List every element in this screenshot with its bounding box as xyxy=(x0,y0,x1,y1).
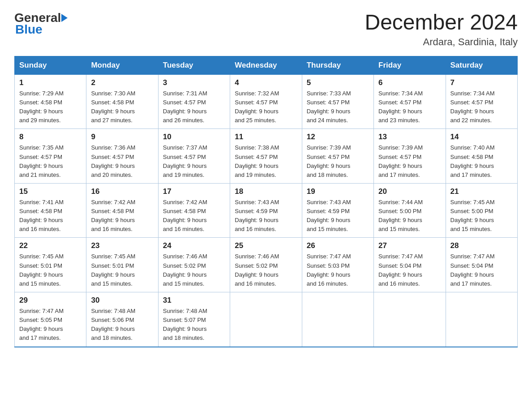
day-number: 5 xyxy=(307,78,369,87)
day-info: Sunrise: 7:33 AMSunset: 4:57 PMDaylight:… xyxy=(307,90,351,124)
day-number: 11 xyxy=(235,133,297,141)
calendar-cell: 21 Sunrise: 7:45 AMSunset: 5:00 PMDaylig… xyxy=(446,183,517,238)
logo-blue-text: Blue xyxy=(14,22,68,37)
calendar-cell: 20 Sunrise: 7:44 AMSunset: 5:00 PMDaylig… xyxy=(374,183,446,238)
calendar-header: SundayMondayTuesdayWednesdayThursdayFrid… xyxy=(15,56,518,74)
day-info: Sunrise: 7:38 AMSunset: 4:57 PMDaylight:… xyxy=(235,144,279,178)
day-number: 8 xyxy=(19,133,82,141)
day-info: Sunrise: 7:39 AMSunset: 4:57 PMDaylight:… xyxy=(378,144,423,178)
day-number: 12 xyxy=(307,133,369,141)
day-info: Sunrise: 7:46 AMSunset: 5:02 PMDaylight:… xyxy=(163,253,207,287)
day-info: Sunrise: 7:29 AMSunset: 4:58 PMDaylight:… xyxy=(19,90,64,124)
day-info: Sunrise: 7:30 AMSunset: 4:58 PMDaylight:… xyxy=(91,90,135,124)
day-number: 24 xyxy=(163,241,225,250)
day-info: Sunrise: 7:48 AMSunset: 5:06 PMDaylight:… xyxy=(91,308,135,341)
day-info: Sunrise: 7:47 AMSunset: 5:04 PMDaylight:… xyxy=(450,253,495,287)
day-info: Sunrise: 7:43 AMSunset: 4:59 PMDaylight:… xyxy=(235,199,279,232)
day-info: Sunrise: 7:34 AMSunset: 4:57 PMDaylight:… xyxy=(450,90,495,124)
day-number: 1 xyxy=(19,78,82,87)
calendar-cell: 16 Sunrise: 7:42 AMSunset: 4:58 PMDaylig… xyxy=(86,183,158,238)
calendar-cell: 7 Sunrise: 7:34 AMSunset: 4:57 PMDayligh… xyxy=(446,74,517,129)
calendar-cell: 4 Sunrise: 7:32 AMSunset: 4:57 PMDayligh… xyxy=(230,74,302,129)
header-cell-wednesday: Wednesday xyxy=(230,56,302,74)
logo: General Blue xyxy=(14,11,68,37)
day-number: 2 xyxy=(91,78,153,87)
day-info: Sunrise: 7:42 AMSunset: 4:58 PMDaylight:… xyxy=(163,199,207,232)
calendar-cell: 30 Sunrise: 7:48 AMSunset: 5:06 PMDaylig… xyxy=(86,292,158,347)
week-row-2: 8 Sunrise: 7:35 AMSunset: 4:57 PMDayligh… xyxy=(15,129,518,184)
header-cell-monday: Monday xyxy=(86,56,158,74)
calendar-cell: 3 Sunrise: 7:31 AMSunset: 4:57 PMDayligh… xyxy=(158,74,230,129)
calendar-cell: 12 Sunrise: 7:39 AMSunset: 4:57 PMDaylig… xyxy=(302,129,373,184)
day-number: 21 xyxy=(450,187,513,196)
day-number: 14 xyxy=(450,133,513,141)
calendar-cell: 15 Sunrise: 7:41 AMSunset: 4:58 PMDaylig… xyxy=(15,183,86,238)
page-subtitle: Ardara, Sardinia, Italy xyxy=(365,36,518,48)
week-row-4: 22 Sunrise: 7:45 AMSunset: 5:01 PMDaylig… xyxy=(15,238,518,292)
day-number: 20 xyxy=(378,187,441,196)
day-info: Sunrise: 7:46 AMSunset: 5:02 PMDaylight:… xyxy=(235,253,279,287)
calendar-cell: 9 Sunrise: 7:36 AMSunset: 4:57 PMDayligh… xyxy=(86,129,158,184)
day-number: 4 xyxy=(235,78,297,87)
week-row-3: 15 Sunrise: 7:41 AMSunset: 4:58 PMDaylig… xyxy=(15,183,518,238)
day-number: 6 xyxy=(378,78,441,87)
logo-triangle-icon xyxy=(61,14,68,22)
calendar-cell: 6 Sunrise: 7:34 AMSunset: 4:57 PMDayligh… xyxy=(374,74,446,129)
title-section: December 2024 Ardara, Sardinia, Italy xyxy=(365,11,518,48)
calendar-cell: 18 Sunrise: 7:43 AMSunset: 4:59 PMDaylig… xyxy=(230,183,302,238)
page-title: December 2024 xyxy=(365,11,518,34)
week-row-5: 29 Sunrise: 7:47 AMSunset: 5:05 PMDaylig… xyxy=(15,292,518,347)
day-info: Sunrise: 7:32 AMSunset: 4:57 PMDaylight:… xyxy=(235,90,279,124)
day-info: Sunrise: 7:41 AMSunset: 4:58 PMDaylight:… xyxy=(19,199,64,232)
day-number: 16 xyxy=(91,187,153,196)
day-number: 25 xyxy=(235,241,297,250)
calendar-cell: 5 Sunrise: 7:33 AMSunset: 4:57 PMDayligh… xyxy=(302,74,373,129)
calendar-table: SundayMondayTuesdayWednesdayThursdayFrid… xyxy=(14,56,518,347)
calendar-cell: 13 Sunrise: 7:39 AMSunset: 4:57 PMDaylig… xyxy=(374,129,446,184)
day-info: Sunrise: 7:44 AMSunset: 5:00 PMDaylight:… xyxy=(378,199,423,232)
page-header: General Blue December 2024 Ardara, Sardi… xyxy=(14,11,518,48)
day-info: Sunrise: 7:36 AMSunset: 4:57 PMDaylight:… xyxy=(91,144,135,178)
day-number: 28 xyxy=(450,241,513,250)
day-number: 15 xyxy=(19,187,82,196)
day-info: Sunrise: 7:48 AMSunset: 5:07 PMDaylight:… xyxy=(163,308,207,341)
day-number: 23 xyxy=(91,241,153,250)
day-number: 26 xyxy=(307,241,369,250)
day-info: Sunrise: 7:34 AMSunset: 4:57 PMDaylight:… xyxy=(378,90,423,124)
calendar-cell: 8 Sunrise: 7:35 AMSunset: 4:57 PMDayligh… xyxy=(15,129,86,184)
day-info: Sunrise: 7:47 AMSunset: 5:05 PMDaylight:… xyxy=(19,308,64,341)
calendar-cell: 11 Sunrise: 7:38 AMSunset: 4:57 PMDaylig… xyxy=(230,129,302,184)
header-cell-friday: Friday xyxy=(374,56,446,74)
calendar-cell xyxy=(302,292,373,347)
day-info: Sunrise: 7:47 AMSunset: 5:04 PMDaylight:… xyxy=(378,253,423,287)
day-info: Sunrise: 7:43 AMSunset: 4:59 PMDaylight:… xyxy=(307,199,351,232)
header-cell-thursday: Thursday xyxy=(302,56,373,74)
day-number: 13 xyxy=(378,133,441,141)
day-number: 18 xyxy=(235,187,297,196)
header-cell-tuesday: Tuesday xyxy=(158,56,230,74)
day-number: 10 xyxy=(163,133,225,141)
calendar-body: 1 Sunrise: 7:29 AMSunset: 4:58 PMDayligh… xyxy=(15,74,518,347)
calendar-cell xyxy=(446,292,517,347)
calendar-cell: 14 Sunrise: 7:40 AMSunset: 4:58 PMDaylig… xyxy=(446,129,517,184)
day-number: 19 xyxy=(307,187,369,196)
header-row: SundayMondayTuesdayWednesdayThursdayFrid… xyxy=(15,56,518,74)
calendar-cell: 1 Sunrise: 7:29 AMSunset: 4:58 PMDayligh… xyxy=(15,74,86,129)
day-info: Sunrise: 7:45 AMSunset: 5:01 PMDaylight:… xyxy=(19,253,64,287)
day-number: 30 xyxy=(91,296,153,305)
day-info: Sunrise: 7:45 AMSunset: 5:01 PMDaylight:… xyxy=(91,253,135,287)
calendar-cell: 26 Sunrise: 7:47 AMSunset: 5:03 PMDaylig… xyxy=(302,238,373,292)
calendar-cell: 31 Sunrise: 7:48 AMSunset: 5:07 PMDaylig… xyxy=(158,292,230,347)
calendar-cell: 23 Sunrise: 7:45 AMSunset: 5:01 PMDaylig… xyxy=(86,238,158,292)
calendar-cell: 17 Sunrise: 7:42 AMSunset: 4:58 PMDaylig… xyxy=(158,183,230,238)
day-info: Sunrise: 7:47 AMSunset: 5:03 PMDaylight:… xyxy=(307,253,351,287)
day-number: 3 xyxy=(163,78,225,87)
calendar-cell: 29 Sunrise: 7:47 AMSunset: 5:05 PMDaylig… xyxy=(15,292,86,347)
calendar-cell: 10 Sunrise: 7:37 AMSunset: 4:57 PMDaylig… xyxy=(158,129,230,184)
day-info: Sunrise: 7:39 AMSunset: 4:57 PMDaylight:… xyxy=(307,144,351,178)
calendar-cell: 24 Sunrise: 7:46 AMSunset: 5:02 PMDaylig… xyxy=(158,238,230,292)
day-info: Sunrise: 7:31 AMSunset: 4:57 PMDaylight:… xyxy=(163,90,207,124)
day-info: Sunrise: 7:42 AMSunset: 4:58 PMDaylight:… xyxy=(91,199,135,232)
day-number: 22 xyxy=(19,241,82,250)
day-number: 17 xyxy=(163,187,225,196)
